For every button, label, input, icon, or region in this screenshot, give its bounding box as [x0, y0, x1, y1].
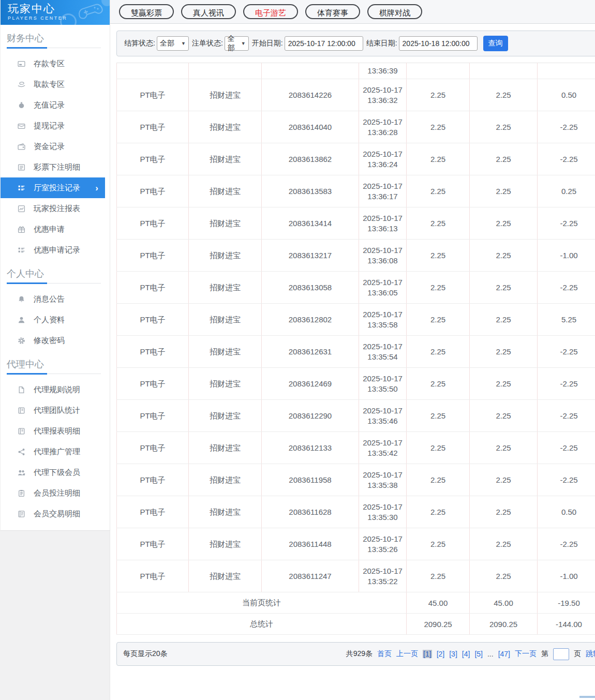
- cell-datetime: 2025-10-1713:35:58: [359, 304, 407, 336]
- sidebar-item-label: 取款专区: [34, 80, 65, 90]
- table-row: PT电子招财进宝20836132172025-10-1713:36:082.25…: [117, 240, 595, 272]
- cell-valid: 2.25: [470, 207, 538, 240]
- sidebar-item[interactable]: 修改密码: [1, 330, 105, 351]
- share-icon: [18, 448, 25, 456]
- cell-platform: PT电子: [117, 336, 189, 368]
- section-underline: [7, 283, 101, 284]
- sidebar-item[interactable]: 取款专区: [1, 74, 105, 95]
- sidebar-item[interactable]: 彩票下注明细: [1, 157, 105, 177]
- cell-bet: 2.25: [407, 175, 470, 207]
- sidebar-item[interactable]: 优惠申请记录: [1, 240, 105, 260]
- page-link-47[interactable]: [47]: [498, 650, 510, 658]
- clipboard2-icon: [18, 510, 25, 518]
- query-button[interactable]: 查询: [483, 36, 508, 51]
- doc-icon: [18, 386, 25, 394]
- cell-platform: PT电子: [117, 464, 189, 496]
- table-row: PT电子招财进宝20836138622025-10-1713:36:242.25…: [117, 143, 595, 175]
- sidebar-item[interactable]: 个人资料: [1, 309, 105, 330]
- cell-valid: 2.25: [470, 143, 538, 175]
- cell-winloss: -2.25: [538, 400, 595, 432]
- sidebar-item-label: 会员交易明细: [34, 509, 80, 519]
- page-link-2[interactable]: [2]: [437, 650, 445, 658]
- table-row: PT电子招财进宝20836130582025-10-1713:36:052.25…: [117, 272, 595, 304]
- table-row-partial: 13:36:39: [117, 63, 595, 79]
- order-status-select[interactable]: 全部 ▼: [225, 36, 249, 51]
- sidebar-item[interactable]: 会员投注明细: [1, 483, 105, 503]
- sidebar-item-label: 代理下级会员: [34, 468, 80, 478]
- sidebar-item[interactable]: 代理规则说明: [1, 379, 105, 400]
- sidebar-item[interactable]: 会员交易明细: [1, 503, 105, 524]
- cell-bet: 2.25: [407, 432, 470, 464]
- sidebar: 玩家中心 PLAYERS CENTER 财务中心存款专区取款专区充值记录提现记录…: [0, 0, 110, 700]
- sidebar-item[interactable]: 提现记录: [1, 115, 105, 136]
- sidebar-item-label: 优惠申请: [34, 225, 65, 234]
- settle-status-select[interactable]: 全部 ▼: [157, 36, 189, 51]
- cell-game: 招财进宝: [189, 368, 262, 400]
- sidebar-item[interactable]: 充值记录: [1, 95, 105, 115]
- sidebar-item[interactable]: 代理报表明细: [1, 421, 105, 441]
- cell-platform: PT电子: [117, 175, 189, 207]
- page-link-5[interactable]: [5]: [474, 650, 483, 658]
- summary-bet: 45.00: [407, 592, 470, 614]
- cell-order-no: 2083614226: [262, 79, 359, 111]
- sidebar-item[interactable]: 优惠申请: [1, 219, 105, 240]
- orglist-icon: [18, 246, 25, 254]
- sidebar-item[interactable]: 资金记录: [1, 136, 105, 157]
- page-link-3[interactable]: [3]: [449, 650, 457, 658]
- next-page-link[interactable]: 下一页: [515, 649, 537, 659]
- app-root: 玩家中心 PLAYERS CENTER 财务中心存款专区取款专区充值记录提现记录…: [0, 0, 595, 700]
- end-date-input[interactable]: [399, 36, 478, 51]
- book-icon: [18, 427, 25, 435]
- tab-棋牌对战[interactable]: 棋牌对战: [367, 4, 422, 19]
- jump-button[interactable]: 跳转: [586, 649, 595, 659]
- sidebar-item-label: 资金记录: [34, 142, 65, 152]
- sidebar-item[interactable]: 存款专区: [1, 53, 105, 74]
- cell-platform: PT电子: [117, 207, 189, 240]
- sidebar-item-label: 代理团队统计: [34, 406, 80, 415]
- gamepad-icon: [77, 1, 107, 24]
- table-row: PT电子招财进宝20836135832025-10-1713:36:172.25…: [117, 175, 595, 207]
- jump-page-input[interactable]: [553, 648, 569, 660]
- cell-valid: 2.25: [470, 528, 538, 560]
- first-page-link[interactable]: 首页: [377, 649, 392, 659]
- prev-page-link[interactable]: 上一页: [396, 649, 418, 659]
- cell-game: 招财进宝: [189, 143, 262, 175]
- cell-order-no: 2083613217: [262, 240, 359, 272]
- cell-datetime: 2025-10-1713:36:32: [359, 79, 407, 111]
- sidebar-item-label: 存款专区: [34, 59, 65, 69]
- end-date-label: 结束日期:: [366, 39, 397, 48]
- cell-bet: 2.25: [407, 143, 470, 175]
- tab-体育赛事[interactable]: 体育赛事: [305, 4, 360, 19]
- cell-datetime: 2025-10-1713:35:50: [359, 368, 407, 400]
- cell-game: 招财进宝: [189, 79, 262, 111]
- cell-platform: [117, 63, 189, 79]
- cell-winloss: -2.25: [538, 111, 595, 143]
- cell-winloss: -1.00: [538, 240, 595, 272]
- cell-game: 招财进宝: [189, 111, 262, 143]
- start-date-input[interactable]: [285, 36, 363, 51]
- sidebar-item[interactable]: 玩家投注报表: [1, 198, 105, 219]
- cell-game: 招财进宝: [189, 336, 262, 368]
- cell-winloss: -2.25: [538, 432, 595, 464]
- table-row: PT电子招财进宝20836116282025-10-1713:35:302.25…: [117, 496, 595, 528]
- jump-prefix-label: 第: [541, 649, 548, 659]
- table-row: PT电子招财进宝20836122902025-10-1713:35:462.25…: [117, 400, 595, 432]
- tab-雙贏彩票[interactable]: 雙贏彩票: [119, 4, 174, 19]
- cell-winloss: 0.50: [538, 496, 595, 528]
- tab-电子游艺[interactable]: 电子游艺: [243, 4, 298, 19]
- cell-valid: 2.25: [470, 560, 538, 592]
- sidebar-item[interactable]: 代理下级会员: [1, 462, 105, 483]
- page-link-1[interactable]: [1]: [423, 650, 432, 658]
- sidebar-item[interactable]: 代理推广管理: [1, 441, 105, 462]
- sidebar-item[interactable]: 代理团队统计: [1, 400, 105, 421]
- cell-datetime: 2025-10-1713:36:08: [359, 240, 407, 272]
- chevron-down-icon: ▼: [241, 41, 246, 46]
- sidebar-item-label: 提现记录: [34, 121, 65, 131]
- cell-winloss: 0.50: [538, 79, 595, 111]
- tab-真人视讯[interactable]: 真人视讯: [181, 4, 236, 19]
- cell-order-no: 2083611628: [262, 496, 359, 528]
- section-underline: [7, 374, 101, 374]
- page-link-4[interactable]: [4]: [462, 650, 470, 658]
- sidebar-item[interactable]: 厅室投注记录›: [1, 177, 105, 198]
- sidebar-item[interactable]: 消息公告: [1, 289, 105, 309]
